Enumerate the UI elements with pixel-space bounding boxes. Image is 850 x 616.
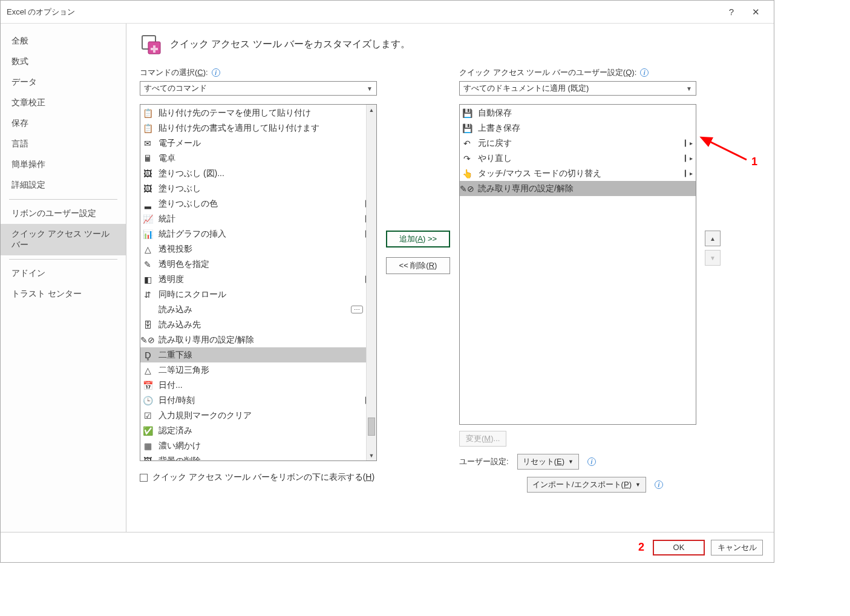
sidebar-item[interactable]: 保存	[1, 113, 126, 134]
list-item[interactable]: △透視投影	[140, 241, 376, 257]
sidebar-item[interactable]: 簡単操作	[1, 154, 126, 175]
chevron-down-icon: ▼	[686, 85, 692, 92]
list-item-label: 読み込み	[159, 304, 346, 315]
list-item[interactable]: ↶元に戻す▎▸	[460, 136, 696, 151]
list-item-label: 元に戻す	[478, 138, 680, 149]
command-icon: 💾	[461, 122, 473, 134]
list-item[interactable]: 🖼塗りつぶし	[140, 181, 376, 196]
sidebar-item[interactable]: 言語	[1, 134, 126, 154]
command-icon: 🕒	[142, 395, 154, 407]
command-icon: 📊	[142, 228, 154, 240]
list-item[interactable]: 読み込み⋯	[140, 302, 376, 317]
main-panel: クイック アクセス ツール バーをカスタマイズします。 コマンドの選択(C): …	[126, 24, 774, 532]
command-icon: 📋	[142, 107, 154, 119]
scrollbar[interactable]: ▲ ▼	[366, 105, 376, 460]
add-button[interactable]: 追加(A) >>	[386, 231, 450, 247]
sidebar: 全般数式データ文章校正保存言語簡単操作詳細設定リボンのユーザー設定クイック アク…	[1, 24, 126, 532]
command-icon: 💾	[461, 107, 473, 119]
list-item[interactable]: ✎⊘読み取り専用の設定/解除	[460, 181, 696, 196]
sidebar-item[interactable]: データ	[1, 72, 126, 93]
list-item[interactable]: ⇵同時にスクロール	[140, 287, 376, 302]
ok-button[interactable]: OK	[653, 540, 705, 555]
sidebar-item[interactable]: 全般	[1, 31, 126, 51]
list-item[interactable]: ◧透明度▎▸	[140, 272, 376, 287]
info-icon[interactable]: i	[640, 68, 649, 77]
move-up-button[interactable]: ▲	[705, 231, 721, 246]
list-item[interactable]: 🖼塗りつぶし (図)...	[140, 166, 376, 181]
list-item-label: 入力規則マークのクリア	[159, 410, 374, 421]
list-item[interactable]: 💾自動保存	[460, 105, 696, 120]
command-icon: ✎	[142, 258, 154, 270]
scroll-down-icon[interactable]: ▼	[367, 450, 376, 460]
list-item[interactable]: ▦濃い網かけ	[140, 438, 376, 453]
list-item[interactable]: ✉電子メール	[140, 136, 376, 151]
checkbox-icon[interactable]	[140, 474, 148, 482]
list-item[interactable]: ☑入力規則マークのクリア	[140, 408, 376, 423]
list-item[interactable]: ✎透明色を指定	[140, 257, 376, 272]
qat-scope-dropdown[interactable]: すべてのドキュメントに適用 (既定) ▼	[459, 81, 696, 96]
reset-button[interactable]: リセット(E) ▼	[517, 454, 579, 470]
list-item[interactable]: ✅認定済み	[140, 423, 376, 438]
list-item[interactable]: 🕒日付/時刻▎▸	[140, 393, 376, 408]
annotation-2: 2	[638, 541, 644, 554]
cancel-button[interactable]: キャンセル	[711, 540, 763, 555]
list-item-label: 読み込み先	[159, 319, 374, 330]
list-item[interactable]: ↷やり直し▎▸	[460, 151, 696, 166]
list-item-label: やり直し	[478, 153, 680, 164]
command-icon: ▦	[142, 440, 154, 452]
command-icon	[142, 304, 154, 316]
scroll-up-icon[interactable]: ▲	[367, 105, 376, 115]
close-button[interactable]: ✕	[744, 1, 768, 24]
list-item[interactable]: 🖩電卓	[140, 151, 376, 166]
list-item[interactable]: △二等辺三角形	[140, 362, 376, 378]
list-item[interactable]: 📅日付...	[140, 378, 376, 393]
list-item[interactable]: 👆タッチ/マウス モードの切り替え▎▸	[460, 166, 696, 181]
qat-listbox[interactable]: 💾自動保存💾上書き保存↶元に戻す▎▸↷やり直し▎▸👆タッチ/マウス モードの切り…	[459, 104, 696, 425]
list-item[interactable]: 📋貼り付け先の書式を適用して貼り付けます	[140, 120, 376, 136]
list-item[interactable]: 📊統計グラフの挿入▎▸	[140, 226, 376, 241]
window-title: Excel のオプション	[7, 7, 719, 18]
list-item[interactable]: 💾上書き保存	[460, 120, 696, 136]
info-icon[interactable]: i	[655, 480, 663, 489]
list-item[interactable]: 📋貼り付け先のテーマを使用して貼り付け	[140, 105, 376, 120]
list-item[interactable]: ▂塗りつぶしの色▎▸	[140, 196, 376, 211]
reorder-buttons: ▲ ▼	[705, 67, 729, 266]
sidebar-item[interactable]: アドイン	[1, 263, 126, 284]
options-dialog: Excel のオプション ? ✕ 全般数式データ文章校正保存言語簡単操作詳細設定…	[0, 0, 774, 563]
chevron-down-icon: ▼	[367, 85, 373, 92]
sidebar-item[interactable]: 詳細設定	[1, 175, 126, 195]
sidebar-item[interactable]: 文章校正	[1, 93, 126, 113]
command-icon: ◧	[142, 274, 154, 286]
list-item-label: 統計グラフの挿入	[159, 229, 361, 240]
list-item-label: 貼り付け先のテーマを使用して貼り付け	[159, 108, 374, 119]
list-item-label: 自動保存	[478, 108, 693, 119]
list-item[interactable]: D͇二重下線	[140, 347, 376, 362]
show-below-ribbon-checkbox[interactable]: クイック アクセス ツール バーをリボンの下に表示する(H)	[140, 472, 377, 483]
list-item-label: 貼り付け先の書式を適用して貼り付けます	[159, 123, 374, 134]
list-item[interactable]: 🗄読み込み先	[140, 317, 376, 332]
help-button[interactable]: ?	[719, 1, 744, 24]
command-icon: △	[142, 243, 154, 255]
commands-listbox[interactable]: 📋貼り付け先のテーマを使用して貼り付け📋貼り付け先の書式を適用して貼り付けます✉…	[140, 104, 377, 461]
command-icon: ✅	[142, 425, 154, 437]
sidebar-item[interactable]: リボンのユーザー設定	[1, 203, 126, 224]
command-icon: 🖼	[142, 455, 154, 462]
sidebar-item[interactable]: 数式	[1, 51, 126, 72]
titlebar: Excel のオプション ? ✕	[1, 1, 774, 24]
sidebar-item[interactable]: クイック アクセス ツール バー	[1, 224, 126, 255]
list-item-label: 濃い網かけ	[159, 441, 374, 451]
sidebar-item[interactable]: トラスト センター	[1, 284, 126, 304]
import-export-button[interactable]: インポート/エクスポート(P) ▼	[527, 477, 646, 493]
list-item[interactable]: 🖼背景の削除	[140, 453, 376, 461]
list-item[interactable]: 📈統計▎▸	[140, 211, 376, 226]
qat-label: クイック アクセス ツール バーのユーザー設定(Q): i	[459, 67, 696, 78]
submenu-indicator-icon: ▎▸	[685, 170, 693, 177]
list-item-label: 二等辺三角形	[159, 365, 374, 376]
list-item-label: 同時にスクロール	[159, 289, 374, 300]
remove-button[interactable]: << 削除(R)	[386, 257, 450, 274]
transfer-buttons: 追加(A) >> << 削除(R)	[385, 67, 451, 274]
list-item[interactable]: ✎⊘読み取り専用の設定/解除	[140, 332, 376, 347]
commands-category-dropdown[interactable]: すべてのコマンド ▼	[140, 81, 377, 96]
info-icon[interactable]: i	[212, 68, 220, 77]
info-icon[interactable]: i	[587, 457, 596, 466]
